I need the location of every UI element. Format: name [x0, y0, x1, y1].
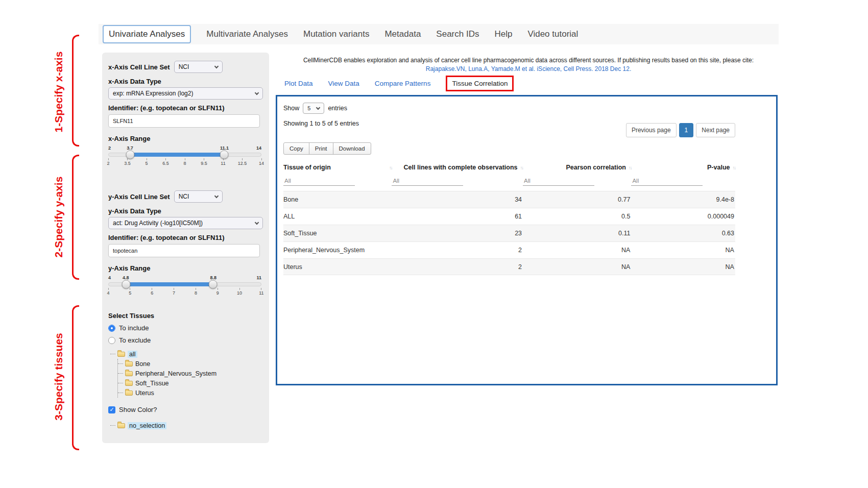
table-export-buttons: Copy Print Download — [283, 142, 371, 155]
show-entries-row: Show 5 entries — [283, 103, 347, 114]
radio-to-exclude[interactable]: To exclude — [108, 336, 263, 344]
tree-item-soft-tissue-label[interactable]: Soft_Tissue — [135, 380, 169, 387]
subtab-view-data[interactable]: View Data — [328, 80, 359, 87]
y-range-label: y-Axis Range — [108, 264, 263, 272]
table-row[interactable]: Peripheral_Nervous_System 2 NA NA — [283, 241, 735, 258]
slider-handle-low[interactable] — [122, 280, 131, 289]
column-header-observations[interactable]: Cell lines with complete observations — [404, 164, 518, 171]
table-row[interactable]: Bone 34 0.77 9.4e-8 — [283, 191, 735, 208]
table-row[interactable]: Uterus 2 NA NA — [283, 258, 735, 275]
tab-univariate-analyses[interactable]: Univariate Analyses — [103, 25, 191, 43]
slider-min-label: 4 — [108, 275, 111, 280]
tree-item-uterus[interactable]: Uterus — [118, 388, 263, 398]
entries-label: entries — [328, 105, 347, 112]
filter-tissue-input[interactable] — [283, 176, 355, 186]
next-page-button[interactable]: Next page — [696, 123, 735, 137]
folder-icon — [125, 391, 133, 396]
slider-ticks: 4 5 6 7 8 9 10 11 — [108, 288, 261, 296]
slider-low-label: 3.7 — [127, 145, 133, 151]
y-data-type-select[interactable]: act: Drug Activity (-log10[IC50M]) — [108, 217, 263, 229]
filter-pearson-input[interactable] — [523, 176, 594, 186]
cell-observations: 23 — [392, 225, 523, 242]
chevron-down-icon — [214, 64, 218, 68]
tab-video-tutorial[interactable]: Video tutorial — [527, 29, 578, 39]
x-cell-line-set-select[interactable]: NCI — [174, 61, 223, 73]
subtab-tissue-correlation[interactable]: Tissue Correlation — [446, 76, 514, 91]
subtab-plot-data[interactable]: Plot Data — [284, 80, 313, 87]
tree-item-pns-label[interactable]: Peripheral_Nervous_System — [135, 370, 216, 377]
table-row[interactable]: Soft_Tissue 23 0.11 0.63 — [283, 225, 735, 241]
cell-observations: 34 — [392, 191, 523, 208]
subtab-compare-patterns[interactable]: Compare Patterns — [375, 80, 431, 87]
annotation-bracket-2 — [72, 155, 79, 280]
cell-p-value: 0.000049 — [631, 208, 735, 225]
table-row[interactable]: ALL 61 0.5 0.000049 — [283, 208, 735, 225]
x-cell-line-set-label: x-Axis Cell Line Set — [108, 63, 170, 71]
slider-track[interactable] — [108, 153, 261, 157]
show-color-label: Show Color? — [119, 406, 157, 413]
analysis-subtabs: Plot Data View Data Compare Patterns Tis… — [284, 76, 514, 91]
tab-search-ids[interactable]: Search IDs — [436, 29, 479, 39]
previous-page-button[interactable]: Previous page — [626, 123, 677, 137]
copy-button[interactable]: Copy — [283, 142, 309, 155]
sort-icon[interactable] — [732, 165, 735, 170]
cell-p-value: NA — [631, 259, 735, 276]
download-button[interactable]: Download — [333, 142, 371, 155]
tree-item-no-selection-label[interactable]: no_selection — [128, 422, 166, 429]
tab-mutation-variants[interactable]: Mutation variants — [303, 29, 369, 39]
table-body: Bone 34 0.77 9.4e-8 ALL 61 0.5 0.000049 … — [283, 191, 735, 275]
checkbox-checked-icon[interactable] — [108, 406, 115, 413]
slider-ticks: 2 3.5 5 6.5 8 9.5 11 12.5 14 — [108, 158, 261, 166]
slider-min-label: 2 — [108, 145, 111, 151]
slider-handle-high[interactable] — [209, 280, 218, 289]
slider-handle-high[interactable] — [220, 151, 228, 159]
entries-select[interactable]: 5 — [303, 103, 324, 114]
tree-item-bone[interactable]: Bone — [118, 359, 263, 369]
x-identifier-label: Identifier: (e.g. topotecan or SLFN11) — [108, 104, 263, 112]
y-axis-range-slider[interactable]: 4 4.8 8.8 11 4 5 6 7 8 9 10 — [108, 275, 261, 296]
slider-handle-low[interactable] — [126, 151, 135, 159]
show-label: Show — [283, 105, 299, 112]
tree-item-bone-label[interactable]: Bone — [135, 360, 150, 368]
slider-track[interactable] — [108, 282, 261, 286]
column-header-pearson[interactable]: Pearson correlation — [566, 164, 626, 171]
x-axis-range-slider[interactable]: 2 3.7 11.1 14 2 3.5 5 6.5 8 9.5 11 — [108, 145, 261, 166]
column-header-tissue[interactable]: Tissue of origin — [283, 164, 331, 171]
tab-help[interactable]: Help — [494, 29, 512, 39]
radio-to-include[interactable]: To include — [108, 324, 263, 332]
tab-metadata[interactable]: Metadata — [384, 29, 421, 39]
radio-unselected-icon[interactable] — [108, 337, 115, 344]
page-1-button[interactable]: 1 — [679, 123, 694, 137]
radio-selected-icon[interactable] — [108, 325, 115, 332]
tree-item-all[interactable]: all — [110, 349, 263, 359]
tree-item-uterus-label[interactable]: Uterus — [135, 389, 154, 397]
chevron-down-icon — [214, 193, 218, 198]
y-cell-line-set-value: NCI — [179, 193, 189, 200]
citation-block: CellMinerCDB enables exploration and ana… — [278, 56, 779, 74]
y-cell-line-set-select[interactable]: NCI — [174, 190, 223, 203]
column-header-pvalue[interactable]: P-value — [707, 164, 730, 171]
tree-item-peripheral-nervous-system[interactable]: Peripheral_Nervous_System — [118, 369, 263, 378]
y-identifier-input[interactable] — [108, 244, 260, 257]
show-color-checkbox-row[interactable]: Show Color? — [108, 406, 263, 413]
y-identifier-label: Identifier: (e.g. topotecan or SLFN11) — [108, 234, 263, 241]
annotation-bracket-1 — [72, 35, 79, 147]
showing-entries-text: Showing 1 to 5 of 5 entries — [283, 120, 359, 127]
filter-pvalue-input[interactable] — [631, 176, 703, 186]
slider-fill — [126, 282, 213, 286]
cell-pearson-correlation: NA — [523, 259, 631, 276]
filter-observations-input[interactable] — [392, 176, 463, 186]
tab-multivariate-analyses[interactable]: Multivariate Analyses — [206, 29, 288, 39]
x-cell-line-set-value: NCI — [179, 63, 189, 70]
tree-item-all-label[interactable]: all — [128, 351, 137, 358]
annotation-bracket-3 — [72, 305, 79, 450]
x-identifier-input[interactable] — [108, 114, 260, 128]
x-data-type-select[interactable]: exp: mRNA Expression (log2) — [108, 87, 263, 100]
tree-item-no-selection[interactable]: no_selection — [110, 421, 263, 430]
tree-item-soft-tissue[interactable]: Soft_Tissue — [118, 378, 263, 388]
citation-link[interactable]: Rajapakse.VN, Luna.A, Yamade.M et al. iS… — [426, 65, 631, 72]
print-button[interactable]: Print — [309, 142, 333, 155]
x-range-label: x-Axis Range — [108, 135, 263, 142]
cell-tissue-of-origin: Uterus — [283, 259, 392, 276]
slider-max-label: 14 — [256, 145, 261, 151]
